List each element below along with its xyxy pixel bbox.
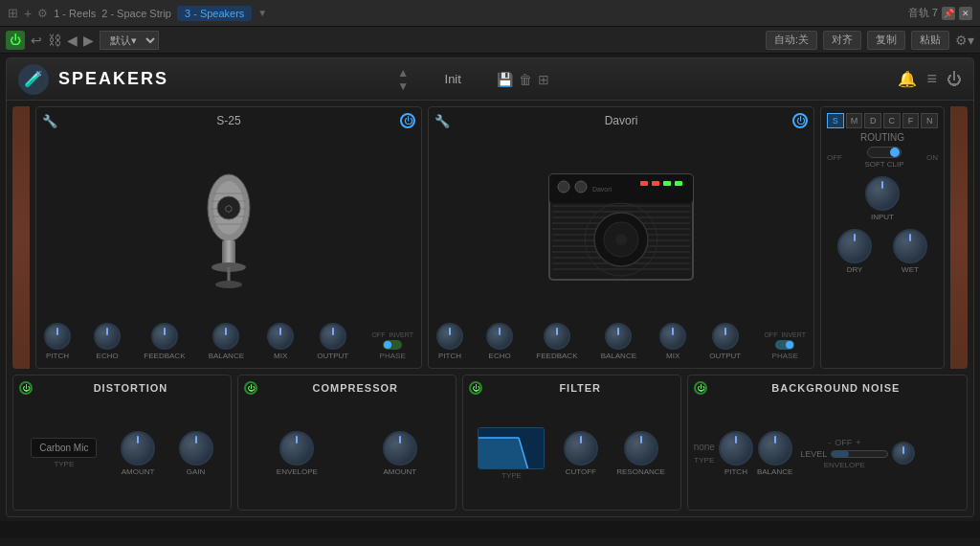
routing-toggle[interactable] [867, 147, 902, 158]
s25-feedback-knob[interactable] [151, 323, 178, 350]
davori-pitch-knob[interactable] [436, 323, 463, 350]
align-button[interactable]: 对齐 [823, 31, 861, 50]
background-noise-panel: ⏻ BACKGROUND NOISE none TYPE PITCH BALAN… [687, 375, 968, 511]
davori-output-knob[interactable] [712, 323, 739, 350]
svg-text:Davori: Davori [592, 186, 612, 193]
bg-noise-level-slider[interactable] [831, 450, 888, 458]
routing-tab-s[interactable]: S [827, 113, 844, 128]
routing-wet-knob[interactable] [893, 229, 927, 263]
filter-cutoff-group: CUTOFF [564, 431, 598, 476]
routing-dry-knob[interactable] [837, 229, 872, 263]
distortion-power-button[interactable]: ⏻ [19, 381, 33, 395]
routing-tab-d[interactable]: D [864, 113, 881, 128]
bg-noise-pitch-knob[interactable] [719, 431, 753, 466]
next-icon[interactable]: ▶ [83, 33, 94, 48]
tab-1[interactable]: 1 - Reels [54, 8, 96, 19]
delete-preset-button[interactable]: 🗑 [519, 72, 532, 87]
s25-balance-knob[interactable] [212, 323, 239, 350]
davori-mix-knob[interactable] [659, 323, 686, 350]
s25-power-button[interactable]: ⏻ [400, 113, 415, 128]
distortion-amount-knob[interactable] [121, 431, 155, 466]
auto-button[interactable]: 自动:关 [766, 31, 817, 50]
filter-resonance-knob[interactable] [624, 431, 658, 466]
davori-phase-toggle[interactable] [775, 340, 794, 350]
bg-noise-type-label: TYPE [694, 456, 714, 465]
routing-dry-label: DRY [847, 265, 863, 274]
distortion-gain-knob[interactable] [179, 431, 213, 466]
s25-echo-knob[interactable] [94, 323, 121, 350]
compressor-header: ⏻ COMPRESSOR [244, 381, 450, 395]
bg-noise-level-slider-row: LEVEL [800, 449, 888, 459]
s25-output-knob[interactable] [320, 323, 346, 350]
s25-phase-toggle[interactable] [383, 340, 402, 350]
tab-2[interactable]: 2 - Space Strip [101, 8, 171, 19]
bg-noise-power-button[interactable]: ⏻ [694, 381, 707, 395]
tab-dropdown[interactable]: ▼ [257, 8, 267, 18]
routing-input-knob[interactable] [865, 176, 900, 211]
compressor-power-button[interactable]: ⏻ [244, 381, 257, 395]
preset-up-button[interactable]: ▲▼ [397, 66, 409, 93]
filter-body: TYPE CUTOFF RESONANCE [469, 400, 675, 506]
svg-rect-16 [640, 181, 648, 186]
davori-feedback-knob[interactable] [544, 323, 570, 350]
grid-preset-button[interactable]: ⊞ [538, 72, 549, 87]
bg-noise-balance-knob[interactable] [758, 431, 792, 466]
davori-pitch-label: PITCH [438, 352, 461, 360]
bg-noise-none-label: none [694, 442, 715, 452]
davori-off-label: OFF [764, 331, 777, 338]
compressor-body: ENVELOPE AMOUNT [244, 400, 450, 506]
bg-noise-level-fill [832, 451, 848, 457]
compressor-amount-knob[interactable] [383, 431, 417, 466]
default-select[interactable]: 默认▾ [100, 31, 159, 50]
bg-noise-minus[interactable]: - [828, 438, 831, 447]
routing-dry-knob-group: DRY [837, 229, 872, 274]
davori-pitch-knob-group: PITCH [436, 323, 463, 360]
paste-button[interactable]: 粘贴 [911, 31, 949, 50]
filter-type-visual[interactable] [478, 427, 545, 469]
filter-cutoff-knob[interactable] [564, 431, 598, 466]
bg-noise-level-label: LEVEL [800, 449, 827, 459]
bg-noise-type-group: none TYPE [694, 442, 715, 465]
add-tab-btn[interactable]: + [24, 6, 32, 21]
davori-mix-knob-group: MIX [659, 323, 686, 360]
undo-icon[interactable]: ↩ [31, 33, 42, 48]
s25-mix-knob[interactable] [267, 323, 294, 350]
compressor-envelope-knob[interactable] [279, 431, 314, 466]
close-button[interactable]: ✕ [959, 7, 972, 20]
title-bar-title: 音轨 7 [908, 6, 938, 20]
save-preset-button[interactable]: 💾 [497, 72, 513, 87]
settings-icon[interactable]: ⚙▾ [955, 33, 974, 48]
plugin-container: 🧪 SPEAKERS ▲▼ Init 💾 🗑 ⊞ 🔔 ≡ ⏻ 🔧 S-25 ⏻ [6, 57, 974, 517]
routing-tab-n[interactable]: N [921, 113, 938, 128]
routing-tab-c[interactable]: C [883, 113, 901, 128]
routing-tab-f[interactable]: F [902, 113, 920, 128]
prev-icon[interactable]: ◀ [67, 33, 78, 48]
pin-button[interactable]: 📌 [942, 7, 955, 20]
filter-power-button[interactable]: ⏻ [469, 381, 482, 395]
bg-noise-minus-plus: - OFF + [828, 438, 860, 447]
davori-echo-knob[interactable] [486, 323, 513, 350]
power-button[interactable]: ⏻ [6, 31, 25, 50]
bell-icon[interactable]: 🔔 [898, 70, 917, 88]
davori-power-button[interactable]: ⏻ [792, 113, 808, 128]
copy-button[interactable]: 复制 [867, 31, 905, 50]
s25-pitch-knob[interactable] [44, 323, 71, 350]
tab-3-active[interactable]: 3 - Speakers [177, 6, 252, 21]
compressor-panel: ⏻ COMPRESSOR ENVELOPE AMOUNT [237, 375, 457, 511]
routing-tab-m[interactable]: M [846, 113, 863, 128]
davori-wrench-icon[interactable]: 🔧 [434, 114, 450, 128]
distortion-type-value[interactable]: Carbon Mic [31, 438, 97, 458]
svg-rect-14 [549, 174, 693, 203]
power-plugin-button[interactable]: ⏻ [947, 71, 962, 88]
menu-icon[interactable]: ≡ [926, 69, 937, 89]
bg-noise-plus[interactable]: + [856, 438, 860, 447]
bg-noise-off-label: OFF [835, 438, 852, 447]
compressor-amount-group: AMOUNT [383, 431, 417, 476]
bg-noise-extra-knob[interactable] [892, 442, 915, 465]
davori-feedback-label: FEEDBACK [536, 352, 577, 360]
chain-icon[interactable]: ⛓ [48, 33, 61, 48]
davori-balance-knob[interactable] [605, 323, 632, 350]
routing-on-label: ON [926, 153, 938, 162]
s25-wrench-icon[interactable]: 🔧 [42, 114, 57, 128]
s25-header: 🔧 S-25 ⏻ [42, 113, 415, 128]
